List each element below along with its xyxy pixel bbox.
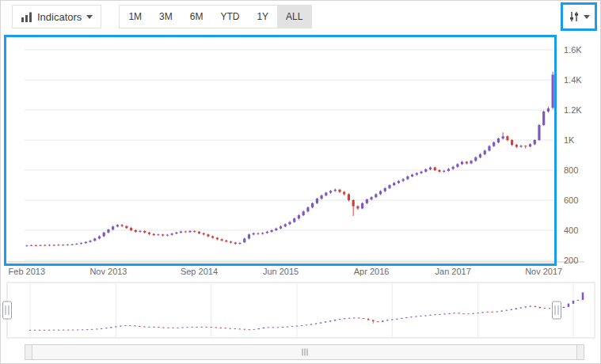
svg-text:Apr 2016: Apr 2016 <box>354 267 390 276</box>
scrollbar-left-cap[interactable] <box>25 345 32 359</box>
navigator-left-handle[interactable] <box>3 301 12 319</box>
period-button-3m[interactable]: 3M <box>150 6 181 28</box>
scrollbar-grip-icon[interactable] <box>302 349 307 356</box>
sliders-icon <box>568 10 580 23</box>
svg-text:Nov 2017: Nov 2017 <box>525 267 562 276</box>
range-navigator <box>1 279 600 344</box>
main-chart-x-axis-labels: Feb 2013Nov 2013Sep 2014Jun 2015Apr 2016… <box>9 267 563 276</box>
svg-text:Feb 2013: Feb 2013 <box>9 267 45 276</box>
main-candlestick-chart[interactable]: 2004006008001K1.2K1.4K1.6KFeb 2013Nov 20… <box>1 32 601 279</box>
main-chart-y-axis-labels: 2004006008001K1.2K1.4K1.6K <box>564 45 582 265</box>
indicators-label: Indicators <box>37 11 82 23</box>
chart-settings-button[interactable] <box>563 5 595 28</box>
period-button-all[interactable]: ALL <box>277 6 311 28</box>
svg-text:800: 800 <box>564 165 578 175</box>
period-selector: 1M3M6MYTD1YALL <box>119 5 312 28</box>
navigator-chart[interactable] <box>1 279 601 344</box>
horizontal-scrollbar[interactable] <box>25 344 584 360</box>
toolbar: Indicators 1M3M6MYTD1YALL <box>1 1 600 32</box>
svg-text:1.4K: 1.4K <box>564 75 582 85</box>
candlestick-series <box>25 72 553 247</box>
navigator-series <box>29 292 584 331</box>
period-button-6m[interactable]: 6M <box>181 6 212 28</box>
svg-text:1K: 1K <box>564 135 575 145</box>
highlight-box-settings <box>561 2 597 31</box>
svg-text:Nov 2013: Nov 2013 <box>89 267 127 276</box>
svg-text:Jun 2015: Jun 2015 <box>263 267 299 276</box>
main-chart-area: 2004006008001K1.2K1.4K1.6KFeb 2013Nov 20… <box>1 32 600 279</box>
svg-text:400: 400 <box>564 226 578 235</box>
svg-text:Sep 2014: Sep 2014 <box>181 267 218 276</box>
period-button-1y[interactable]: 1Y <box>248 6 277 28</box>
caret-down-icon <box>584 15 590 19</box>
caret-down-icon <box>86 15 93 19</box>
period-button-1m[interactable]: 1M <box>120 6 150 28</box>
navigator-right-handle[interactable] <box>553 301 561 319</box>
bar-chart-icon <box>21 11 32 23</box>
svg-text:600: 600 <box>564 195 578 205</box>
navigator-gridlines <box>30 282 573 338</box>
period-button-ytd[interactable]: YTD <box>211 6 248 28</box>
scrollbar-right-cap[interactable] <box>576 345 584 359</box>
svg-text:1.2K: 1.2K <box>564 105 582 115</box>
svg-text:Jan 2017: Jan 2017 <box>436 267 471 276</box>
indicators-button[interactable]: Indicators <box>12 5 101 28</box>
main-chart-gridlines <box>7 50 584 262</box>
svg-text:200: 200 <box>564 256 578 265</box>
svg-text:1.6K: 1.6K <box>564 45 582 55</box>
stock-chart-widget: Indicators 1M3M6MYTD1YALL 2004006008001K… <box>0 0 601 364</box>
